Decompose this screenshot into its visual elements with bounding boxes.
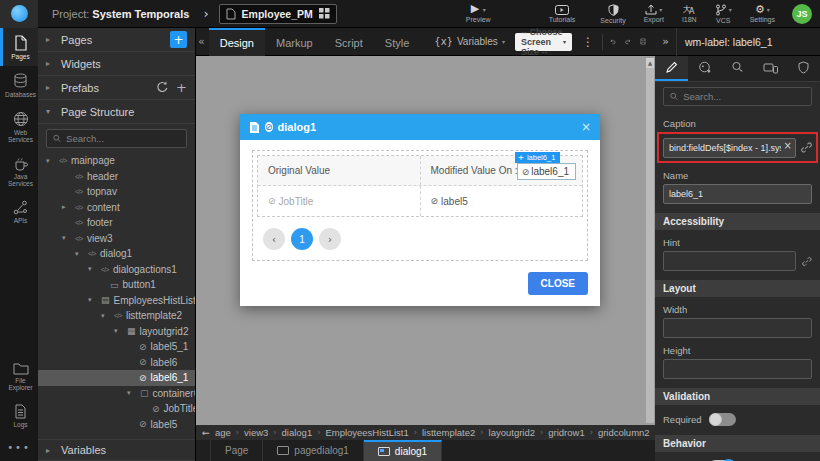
rail-item-apis[interactable]: APIs: [0, 193, 38, 230]
section-page-structure[interactable]: ▾ Page Structure: [38, 100, 195, 124]
grid-data-row[interactable]: ⊘JobTitle ⊘label5: [258, 186, 582, 216]
breadcrumb-back-icon[interactable]: ←: [202, 427, 210, 438]
section-variables[interactable]: ▸ Variables: [38, 439, 195, 461]
i18n-button[interactable]: 大A I18N: [673, 0, 706, 28]
tab-style[interactable]: Style: [374, 28, 420, 56]
tree-item-footer[interactable]: </>footer: [38, 215, 195, 231]
tree-item-layoutgrid2[interactable]: ▾▦layoutgrid2: [38, 324, 195, 340]
rail-item-web-services[interactable]: Web Services: [0, 104, 38, 149]
selection-handle[interactable]: + label6_1: [515, 152, 561, 163]
crumb-view3[interactable]: view3: [244, 427, 268, 438]
tree-item-dialog1[interactable]: ▾</>dialog1: [38, 246, 195, 262]
rail-item-databases[interactable]: Databases: [0, 66, 38, 104]
add-page-button[interactable]: +: [170, 31, 187, 48]
tree-item-content[interactable]: ▸</>content: [38, 200, 195, 216]
tree-item-employeeshistlist1[interactable]: ▾▤EmployeesHistList1: [38, 293, 195, 309]
cell-modified-value[interactable]: Modified Value On : + label6_1 ⊘ label6_…: [421, 156, 583, 185]
properties-search-input[interactable]: [683, 91, 805, 102]
bind-link-icon[interactable]: [802, 256, 812, 267]
dialog-header[interactable]: ⊘ dialog1 ×: [240, 114, 600, 140]
tab-security[interactable]: [787, 56, 820, 81]
rail-item-java-services[interactable]: Java Services: [0, 149, 38, 193]
tab-styles[interactable]: [688, 56, 721, 81]
pagination-next-button[interactable]: ›: [319, 228, 341, 250]
tab-devices[interactable]: [754, 56, 787, 81]
label6_1-widget[interactable]: ⊘ label6_1: [517, 163, 576, 180]
cell-jobtitle[interactable]: ⊘JobTitle: [258, 186, 421, 216]
tree-item-dialogactions1[interactable]: ▾</>dialogactions1: [38, 262, 195, 278]
settings-button[interactable]: ⚙ ▾ Settings: [741, 0, 784, 28]
more-options-icon[interactable]: •••: [0, 434, 38, 461]
more-actions-icon[interactable]: ⋮: [582, 35, 594, 49]
clear-icon[interactable]: ×: [784, 140, 792, 152]
security-button[interactable]: Security: [591, 0, 634, 28]
app-logo[interactable]: [0, 0, 38, 28]
dialog1-widget[interactable]: ⊘ dialog1 × Original Value Modified Valu…: [240, 114, 600, 306]
tree-item-container6[interactable]: ▾▢container6: [38, 386, 195, 402]
crumb-employeeshistlist1[interactable]: EmployeesHistList1: [325, 427, 408, 438]
tutorials-button[interactable]: Tutorials: [540, 0, 585, 28]
rail-item-pages[interactable]: Pages: [0, 28, 38, 66]
page-selector[interactable]: Employee_PM: [219, 4, 337, 24]
list-widget[interactable]: Original Value Modified Value On : + lab…: [252, 150, 588, 261]
structure-search-input[interactable]: [66, 133, 180, 144]
preview-button[interactable]: ▶ ▾ Preview: [457, 0, 500, 28]
crumb-gridrow1[interactable]: gridrow1: [548, 427, 584, 438]
section-widgets[interactable]: ▸ Widgets: [38, 52, 195, 76]
collapse-panel-icon[interactable]: «: [196, 35, 209, 48]
crumb-dialog1[interactable]: dialog1: [282, 427, 313, 438]
section-prefabs[interactable]: ▸ Prefabs +: [38, 76, 195, 100]
expand-panel-icon[interactable]: »: [655, 28, 677, 56]
save-icon[interactable]: [640, 34, 646, 49]
pagination-page-1[interactable]: 1: [291, 228, 313, 250]
variables-button[interactable]: {x} Variables ▾: [434, 36, 505, 47]
refresh-icon[interactable]: [156, 81, 169, 94]
crumb-gridcolumn2[interactable]: gridcolumn2: [598, 427, 650, 438]
tab-dialog1[interactable]: dialog1: [364, 440, 442, 461]
scroll-up-icon[interactable]: ▲: [646, 58, 654, 68]
dialog-close-icon[interactable]: ×: [581, 120, 591, 134]
canvas-scrollbar[interactable]: ▲: [646, 58, 654, 423]
properties-search[interactable]: [663, 87, 812, 106]
tree-item-label6[interactable]: ⊘label6: [38, 355, 195, 371]
design-canvas[interactable]: ⊘ dialog1 × Original Value Modified Valu…: [196, 56, 655, 425]
vcs-button[interactable]: ▾ VCS: [706, 0, 741, 28]
export-button[interactable]: ▾ Export: [635, 0, 673, 28]
hint-input[interactable]: [663, 251, 796, 271]
tree-item-listtemplate2[interactable]: ▾</>listtemplate2: [38, 308, 195, 324]
tree-item-topnav[interactable]: </>topnav: [38, 184, 195, 200]
tab-properties[interactable]: [655, 56, 688, 81]
height-input[interactable]: [663, 359, 812, 379]
layout-grid[interactable]: Original Value Modified Value On : + lab…: [257, 155, 583, 217]
tab-markup[interactable]: Markup: [265, 28, 324, 56]
screen-size-select[interactable]: -- Choose Screen Size -- ▾: [515, 33, 572, 51]
cell-original-value[interactable]: Original Value: [258, 156, 421, 185]
name-input[interactable]: [663, 184, 812, 204]
rail-item-file-explorer[interactable]: File Explorer: [0, 355, 38, 397]
tree-item-label5_1[interactable]: ⊘label5_1: [38, 339, 195, 355]
add-prefab-button[interactable]: +: [176, 80, 187, 95]
caption-input[interactable]: [663, 138, 796, 158]
tab-events[interactable]: [721, 56, 754, 81]
width-input[interactable]: [663, 318, 812, 338]
pagination-prev-button[interactable]: ‹: [263, 228, 285, 250]
cell-label5[interactable]: ⊘label5: [421, 186, 583, 216]
structure-search[interactable]: [46, 129, 187, 148]
tab-design[interactable]: Design: [209, 28, 265, 56]
tree-item-jobtitle[interactable]: ⊘JobTitle: [38, 401, 195, 417]
tree-item-button1[interactable]: ▭button1: [38, 277, 195, 293]
undo-icon[interactable]: [610, 35, 616, 48]
crumb-page[interactable]: age: [215, 427, 231, 438]
tree-item-label5[interactable]: ⊘label5: [38, 417, 195, 433]
grid-header-row[interactable]: Original Value Modified Value On : + lab…: [258, 156, 582, 186]
tab-page[interactable]: Page: [210, 440, 263, 461]
tab-script[interactable]: Script: [324, 28, 374, 56]
redo-icon[interactable]: [625, 35, 631, 48]
close-button[interactable]: CLOSE: [528, 272, 588, 295]
selected-widget-overlay[interactable]: + label6_1 ⊘ label6_1: [517, 163, 576, 180]
tree-item-mainpage[interactable]: ▾</>mainpage: [38, 153, 195, 169]
tree-item-label6_1-selected[interactable]: ⊘label6_1: [38, 370, 195, 386]
user-avatar[interactable]: JS: [792, 4, 812, 24]
crumb-listtemplate2[interactable]: listtemplate2: [422, 427, 475, 438]
required-toggle[interactable]: [709, 413, 736, 426]
